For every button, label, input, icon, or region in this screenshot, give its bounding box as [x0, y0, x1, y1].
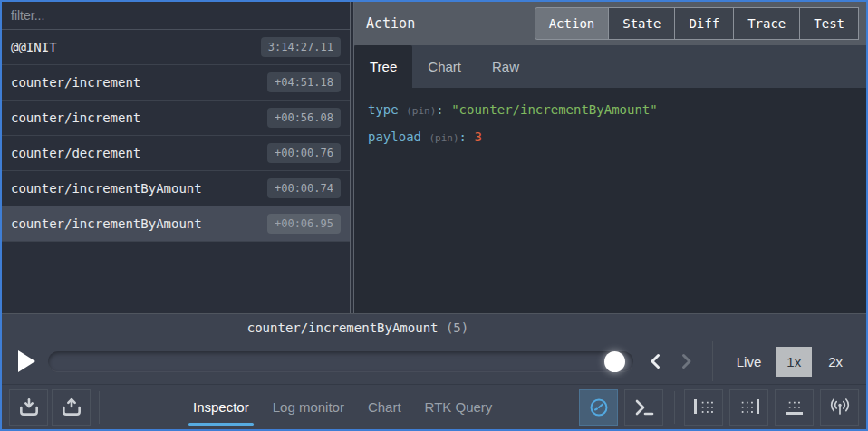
speed-button[interactable]: 2x — [817, 347, 854, 377]
dock-left-icon — [694, 399, 714, 415]
tree-value: "counter/incrementByAmount" — [451, 102, 658, 117]
monitor-tab[interactable]: Chart — [368, 385, 401, 429]
playback-controls: Live 1x2x — [2, 341, 866, 381]
record-timer-button[interactable] — [579, 389, 618, 426]
tree-pin-label[interactable]: (pin) — [429, 132, 458, 144]
preview-subtab[interactable]: Raw — [477, 45, 535, 88]
main-area: @@INIT 3:14:27.11 counter/increment +04:… — [2, 2, 866, 313]
play-button[interactable] — [18, 350, 35, 372]
stopwatch-icon — [588, 397, 610, 418]
download-tray-icon — [17, 396, 41, 419]
action-name: @@INIT — [11, 40, 57, 54]
tree-row[interactable]: type (pin): "counter/incrementByAmount" — [368, 97, 866, 124]
tree-key: type — [368, 102, 399, 117]
action-list-item[interactable]: @@INIT 3:14:27.11 — [2, 30, 350, 65]
dock-right-button[interactable] — [729, 389, 768, 426]
export-button[interactable] — [9, 389, 48, 426]
action-timestamp-badge: 3:14:27.11 — [261, 37, 341, 57]
tree-row[interactable]: payload (pin): 3 — [368, 124, 866, 151]
preview-tab[interactable]: Test — [799, 7, 859, 40]
dock-bottom-button[interactable] — [775, 389, 814, 426]
preview-tab[interactable]: Trace — [733, 7, 800, 40]
action-name: counter/incrementByAmount — [11, 181, 202, 196]
upload-tray-icon — [60, 396, 83, 419]
tree-key: payload — [368, 129, 421, 144]
action-timestamp-badge: +00:56.08 — [267, 108, 341, 128]
monitor-tabs: InspectorLog monitorChartRTK Query — [193, 385, 492, 429]
preview-subtab[interactable]: Tree — [354, 45, 412, 88]
preview-tab-group: ActionStateDiffTraceTest — [535, 7, 859, 40]
preview-title: Action — [366, 15, 415, 32]
current-action-index: (5) — [446, 321, 468, 335]
bottom-toolbar: InspectorLog monitorChartRTK Query — [2, 384, 866, 429]
filter-row — [2, 2, 350, 30]
playback-section: counter/incrementByAmount (5) Live 1x2x — [2, 313, 866, 384]
action-preview-panel: Action ActionStateDiffTraceTest TreeChar… — [354, 2, 866, 313]
action-list-item[interactable]: counter/incrementByAmount +00:06.95 — [2, 206, 350, 242]
dock-right-icon — [739, 399, 759, 415]
preview-subtab[interactable]: Chart — [412, 45, 477, 88]
action-timestamp-badge: +04:51.18 — [267, 72, 341, 92]
action-list-item[interactable]: counter/increment +04:51.18 — [2, 65, 350, 101]
controls-divider — [712, 341, 713, 381]
tree-colon: : — [459, 129, 467, 144]
remote-button[interactable] — [820, 389, 859, 426]
action-list-item[interactable]: counter/decrement +00:00.76 — [2, 136, 350, 171]
slider-thumb[interactable] — [604, 351, 625, 372]
action-tree-content: type (pin): "counter/incrementByAmount" … — [354, 88, 866, 313]
action-list-panel: @@INIT 3:14:27.11 counter/increment +04:… — [2, 2, 350, 313]
monitor-tab[interactable]: RTK Query — [425, 385, 493, 429]
terminal-icon — [633, 397, 655, 418]
step-forward-button[interactable] — [674, 350, 698, 373]
action-name: counter/decrement — [11, 146, 140, 160]
action-name: counter/increment — [11, 75, 140, 90]
preview-subtab-bar: TreeChartRaw — [354, 45, 866, 88]
monitor-tab[interactable]: Log monitor — [273, 385, 344, 429]
chevron-left-icon — [647, 352, 665, 370]
action-list-item[interactable]: counter/increment +00:56.08 — [2, 101, 350, 136]
step-back-button[interactable] — [644, 350, 668, 373]
dock-bottom-icon — [786, 399, 803, 415]
preview-tab[interactable]: Diff — [674, 7, 734, 40]
filter-input[interactable] — [11, 8, 341, 23]
tree-pin-label[interactable]: (pin) — [406, 105, 436, 117]
live-button[interactable]: Live — [728, 347, 771, 377]
toolbar-divider — [99, 391, 100, 424]
action-name: counter/increment — [11, 110, 140, 125]
import-button[interactable] — [52, 389, 91, 426]
action-name: counter/incrementByAmount — [11, 216, 202, 231]
action-timestamp-badge: +00:00.74 — [267, 178, 341, 198]
action-timestamp-badge: +00:00.76 — [267, 143, 341, 163]
speed-button[interactable]: 1x — [776, 347, 812, 377]
monitor-tab[interactable]: Inspector — [193, 385, 249, 429]
tree-colon: : — [436, 102, 443, 117]
redux-devtools-window: @@INIT 3:14:27.11 counter/increment +04:… — [0, 0, 868, 431]
dock-left-button[interactable] — [684, 389, 723, 426]
preview-header: Action ActionStateDiffTraceTest — [354, 2, 866, 45]
toolbar-right-icons — [579, 389, 859, 426]
chevron-right-icon — [677, 352, 695, 370]
action-list-item[interactable]: counter/incrementByAmount +00:00.74 — [2, 171, 350, 206]
toolbar-divider — [674, 391, 675, 424]
current-action-label: counter/incrementByAmount (5) — [2, 321, 714, 335]
dispatcher-button[interactable] — [624, 389, 663, 426]
action-timestamp-badge: +00:06.95 — [267, 214, 341, 234]
seek-slider[interactable] — [48, 351, 633, 372]
broadcast-icon — [827, 397, 853, 418]
current-action-name: counter/incrementByAmount — [247, 321, 439, 335]
preview-tab[interactable]: State — [608, 7, 675, 40]
tree-value: 3 — [474, 129, 481, 144]
preview-tab[interactable]: Action — [535, 7, 610, 40]
